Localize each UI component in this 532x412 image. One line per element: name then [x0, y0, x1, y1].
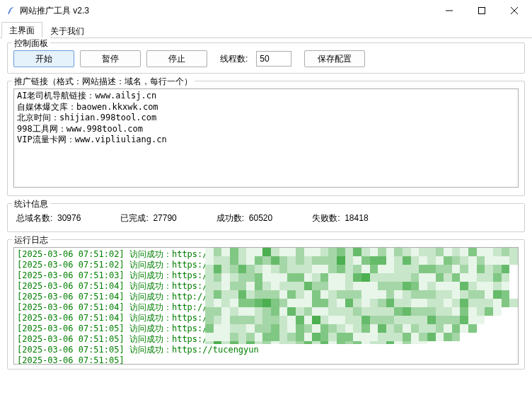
control-panel-legend: 控制面板: [12, 38, 50, 50]
stats-group: 统计信息 总域名数: 30976 已完成: 27790 成功数: 60520 失…: [7, 203, 525, 232]
tab-about[interactable]: 关于我们: [42, 23, 92, 39]
links-textarea[interactable]: [13, 88, 519, 188]
log-group: 运行日志 [2025-03-06 07:51:02] 访问成功：https://…: [7, 239, 525, 370]
stats-legend: 统计信息: [12, 198, 50, 210]
log-line: [2025-03-06 07:51:05] 访问成功：https://tucen…: [17, 345, 515, 355]
thread-count-label: 线程数:: [220, 53, 248, 65]
save-config-button[interactable]: 保存配置: [304, 50, 365, 67]
maximize-button[interactable]: [466, 0, 498, 21]
stat-domains: 总域名数: 30976: [16, 212, 81, 224]
log-obscured-area: [205, 248, 518, 344]
stat-fail: 失败数: 18418: [312, 212, 368, 224]
log-output[interactable]: [2025-03-06 07:51:02] 访问成功：https://www.c…: [13, 247, 519, 365]
pause-button[interactable]: 暂停: [80, 50, 141, 67]
log-legend: 运行日志: [12, 234, 50, 246]
start-button[interactable]: 开始: [13, 50, 74, 67]
links-legend: 推广链接（格式：网站描述：域名，每行一个）: [12, 76, 195, 88]
control-panel-group: 控制面板 开始 暂停 停止 线程数: 保存配置: [7, 42, 525, 74]
minimize-button[interactable]: [433, 0, 466, 21]
stat-done: 已完成: 27790: [120, 212, 176, 224]
svg-rect-2: [479, 8, 485, 14]
links-group: 推广链接（格式：网站描述：域名，每行一个）: [7, 81, 525, 196]
window-title: 网站推广工具 v2.3: [20, 5, 433, 17]
stop-button[interactable]: 停止: [146, 50, 207, 67]
tab-bar: 主界面 关于我们: [0, 21, 532, 38]
thread-count-input[interactable]: [256, 51, 291, 67]
stat-success: 成功数: 60520: [216, 212, 272, 224]
tab-main[interactable]: 主界面: [1, 22, 42, 38]
app-icon: [6, 6, 16, 16]
log-line: [2025-03-06 07:51:05]: [17, 355, 515, 365]
close-button[interactable]: [498, 0, 531, 21]
title-bar: 网站推广工具 v2.3: [0, 0, 532, 21]
